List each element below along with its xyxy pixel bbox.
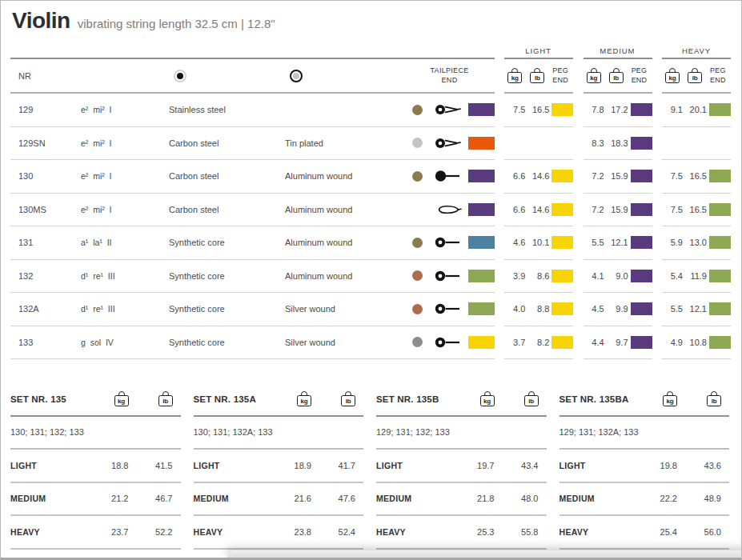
lb-weight-icon: lb	[530, 68, 544, 83]
ball-icon	[435, 170, 462, 182]
set-gauge-label: LIGHT	[194, 461, 271, 470]
set-gauge-label: MEDIUM	[560, 494, 636, 503]
set-gauge-label: HEAVY	[10, 527, 87, 537]
string-core-material: Synthetic core	[162, 238, 279, 247]
medium-lb-value: 15.9	[604, 205, 628, 214]
light-lb-value: 8.6	[525, 271, 549, 281]
kg-weight-icon: kg	[114, 391, 129, 406]
medium-values: 4.4 9.7	[584, 326, 652, 360]
set-gauge-row: HEAVY 25.4 56.0	[560, 516, 730, 550]
kg-weight-icon: kg	[587, 68, 601, 83]
kg-weight-icon: kg	[480, 391, 495, 406]
set-strings-list: 129; 131; 132A; 133	[560, 417, 730, 450]
set-strings-list: 130; 131; 132A; 133	[194, 417, 364, 450]
medium-values: 4.1 9.0	[584, 260, 652, 294]
heavy-peg-end-swatch	[709, 236, 731, 249]
set-lb-value: 56.0	[677, 527, 721, 537]
light-peg-end-swatch	[551, 336, 573, 349]
light-peg-end-swatch	[551, 103, 573, 116]
light-values: 6.6 14.6	[504, 194, 573, 227]
string-nr: 132	[10, 271, 73, 281]
set-header: SET NR. 135B kg lb	[376, 382, 547, 417]
string-winding: Silver wound	[279, 304, 404, 314]
set-lb-value: 48.9	[677, 494, 721, 503]
tailpiece-color-swatch	[468, 137, 495, 150]
lb-weight-icon: lb	[688, 68, 702, 83]
light-peg-end-swatch	[551, 170, 573, 182]
set-header: SET NR. 135A kg lb	[194, 382, 364, 417]
heavy-values: 7.5 16.5	[662, 160, 731, 194]
ball-hole-icon	[435, 236, 462, 249]
light-kg-value: 7.5	[504, 105, 525, 114]
medium-lb-value: 9.0	[604, 271, 628, 281]
table-header-row: NR TAILPIECE END kg lb PEG END kg lb PEG…	[10, 58, 731, 94]
ball-hole-icon	[435, 336, 462, 349]
medium-lb-value: 15.9	[604, 171, 628, 181]
tailpiece-color-swatch	[468, 302, 495, 315]
col-header-tailpiece-end: TAILPIECE END	[425, 66, 475, 85]
core-material-icon	[174, 70, 187, 82]
core-color-dot	[412, 138, 423, 148]
string-row: 131 a¹ la¹ II Synthetic core Aluminum wo…	[10, 226, 731, 260]
lb-weight-icon: lb	[609, 68, 624, 83]
group-label-heavy: HEAVY	[662, 43, 731, 58]
kg-weight-icon: kg	[297, 391, 311, 406]
heavy-lb-value: 12.1	[683, 304, 707, 314]
core-color-dot	[412, 304, 423, 314]
medium-values: 7.2 15.9	[584, 160, 652, 194]
page-subtitle: vibrating string length 32.5 cm | 12.8"	[78, 17, 275, 30]
light-lb-value: 10.1	[525, 238, 549, 247]
kg-weight-icon: kg	[665, 68, 680, 83]
medium-lb-value: 12.1	[604, 238, 628, 247]
string-note: e² mi² I	[73, 138, 162, 148]
string-winding: Tin plated	[279, 138, 404, 148]
set-lb-value: 52.4	[311, 527, 355, 537]
heavy-peg-end-swatch	[709, 203, 731, 216]
light-values: 7.5 16.5	[504, 94, 573, 127]
set-lb-value: 47.6	[311, 494, 355, 503]
medium-peg-end-swatch	[631, 203, 652, 216]
heavy-kg-value: 5.4	[662, 271, 683, 281]
set-gauge-row: HEAVY 25.3 55.8	[376, 516, 547, 550]
string-row: 132 d¹ re¹ III Synthetic core Aluminum w…	[10, 260, 731, 294]
set-kg-value: 19.7	[453, 461, 495, 470]
string-row: 133 g sol IV Synthetic core Silver wound…	[10, 326, 731, 360]
set-gauge-label: MEDIUM	[10, 494, 87, 503]
heavy-lb-value: 16.5	[683, 205, 707, 214]
string-winding: Aluminum wound	[279, 171, 404, 181]
loop-icon	[435, 203, 462, 216]
medium-peg-end-swatch	[631, 137, 652, 150]
set-kg-value: 21.6	[270, 494, 311, 503]
string-note: e² mi² I	[73, 171, 162, 181]
heavy-values: 4.9 10.8	[662, 326, 731, 360]
string-nr: 131	[10, 238, 73, 247]
medium-lb-value: 9.7	[604, 338, 628, 347]
set-lb-value: 41.7	[311, 461, 355, 470]
light-kg-value: 3.7	[504, 338, 525, 347]
heavy-values: 5.9 13.0	[662, 226, 731, 260]
light-peg-end-swatch	[551, 270, 573, 282]
string-note: d¹ re¹ III	[73, 304, 162, 314]
bottom-banner-edge	[227, 550, 742, 558]
group-label-light: LIGHT	[504, 43, 573, 58]
medium-values: 8.3 18.3	[584, 127, 652, 161]
set-name: SET NR. 135B	[376, 394, 453, 404]
lb-weight-icon: lb	[524, 391, 539, 406]
heavy-kg-value: 4.9	[662, 338, 683, 347]
set-gauge-label: MEDIUM	[194, 494, 271, 503]
heavy-peg-end-swatch	[709, 103, 731, 116]
set-lb-value: 55.8	[495, 527, 539, 537]
tension-table: LIGHT MEDIUM HEAVY NR TAILPIECE END kg l…	[1, 43, 741, 359]
set-gauge-row: LIGHT 19.8 43.6	[560, 450, 730, 483]
set-kg-value: 18.8	[87, 461, 129, 470]
light-values: 4.0 8.8	[504, 293, 573, 326]
set-gauge-row: MEDIUM 21.2 46.7	[10, 483, 181, 517]
string-winding: Silver wound	[279, 338, 404, 347]
set-kg-value: 25.3	[453, 527, 495, 537]
set-gauge-row: MEDIUM 21.8 48.0	[376, 483, 547, 517]
light-peg-end-swatch	[551, 203, 573, 216]
set-gauge-label: LIGHT	[560, 461, 636, 470]
light-kg-value: 4.6	[504, 238, 525, 247]
set-kg-value: 21.8	[453, 494, 495, 503]
heavy-values: 5.5 12.1	[662, 293, 731, 326]
